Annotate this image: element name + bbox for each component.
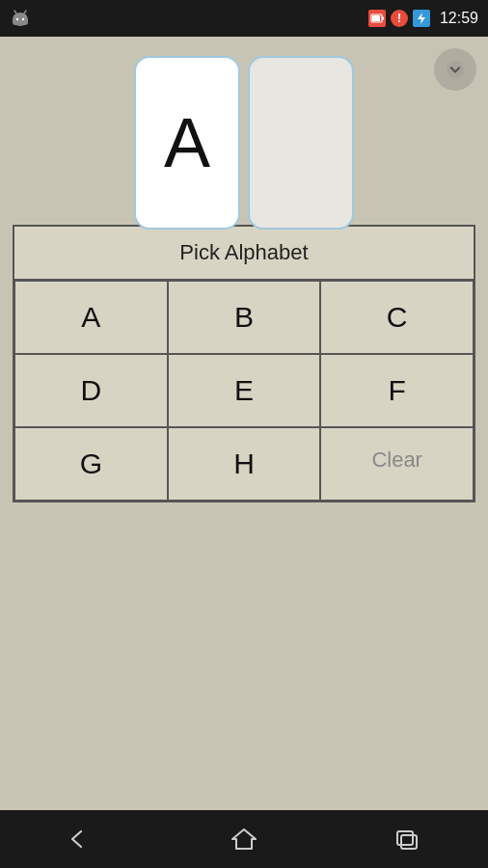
svg-rect-12 xyxy=(397,831,413,845)
svg-point-3 xyxy=(22,18,24,20)
picker-value-first: A xyxy=(164,108,210,177)
recents-button[interactable] xyxy=(378,820,436,858)
picker-dialog-title: Pick Alphabet xyxy=(14,227,474,281)
picker-cell-E[interactable]: E xyxy=(168,354,321,427)
picker-column-second[interactable] xyxy=(248,56,354,230)
picker-cell-A[interactable]: A xyxy=(14,281,168,354)
svg-line-4 xyxy=(14,11,16,14)
picker-column-first[interactable]: A xyxy=(134,56,240,230)
alert-status-icon: ! xyxy=(391,10,408,27)
status-bar-right: ! 12:59 xyxy=(368,10,478,27)
nav-bar xyxy=(0,810,488,868)
status-bar-left xyxy=(10,8,31,29)
status-bar: ! 12:59 xyxy=(0,0,488,37)
picker-area: A xyxy=(130,56,358,230)
picker-cell-H[interactable]: H xyxy=(168,427,321,501)
svg-marker-11 xyxy=(232,829,256,849)
svg-marker-9 xyxy=(418,13,425,24)
home-button[interactable] xyxy=(215,820,273,858)
picker-cell-B[interactable]: B xyxy=(168,281,321,354)
svg-rect-8 xyxy=(372,15,380,21)
svg-point-2 xyxy=(16,18,18,20)
charging-status-icon xyxy=(413,10,430,27)
svg-point-10 xyxy=(447,61,464,78)
picker-cell-C[interactable]: C xyxy=(320,281,474,354)
svg-line-5 xyxy=(24,11,26,14)
picker-cell-D[interactable]: D xyxy=(14,354,168,427)
android-icon xyxy=(10,8,31,29)
picker-cell-G[interactable]: G xyxy=(14,427,168,501)
svg-rect-7 xyxy=(382,17,384,20)
picker-grid: A B C D E F G H Clear xyxy=(14,281,474,501)
svg-rect-1 xyxy=(13,18,28,25)
dropdown-button[interactable] xyxy=(434,48,476,91)
picker-cell-F[interactable]: F xyxy=(320,354,474,427)
battery-status-icon xyxy=(368,10,386,27)
back-button[interactable] xyxy=(52,820,110,858)
alphabet-picker-dialog: Pick Alphabet A B C D E F G H Clear xyxy=(13,225,475,502)
clock-display: 12:59 xyxy=(440,10,478,27)
svg-rect-13 xyxy=(401,835,417,849)
main-content: A Pick Alphabet A B C D E F G H Clear xyxy=(0,37,488,810)
picker-cell-clear[interactable]: Clear xyxy=(320,427,474,501)
